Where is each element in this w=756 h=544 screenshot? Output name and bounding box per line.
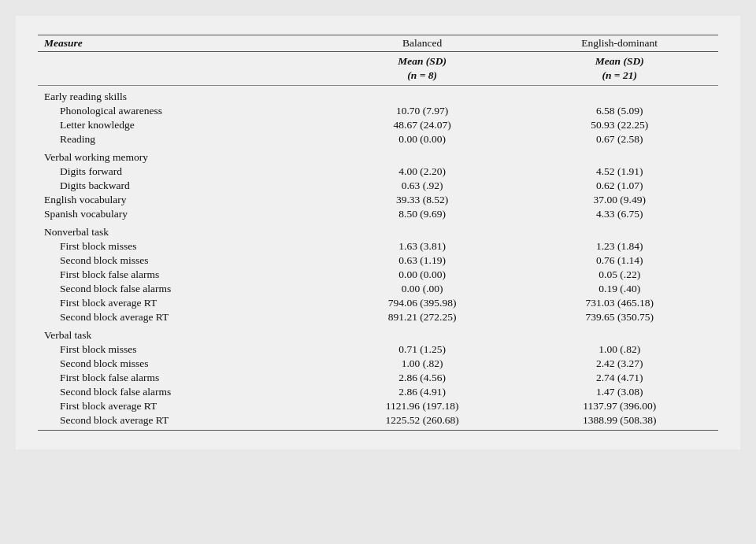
section-header-row: Verbal working memory [38, 146, 718, 165]
measure-label: Phonological awareness [38, 104, 324, 118]
measure-label: Second block average RT [38, 413, 324, 431]
balanced-value: 48.67 (24.07) [324, 118, 521, 132]
balanced-value: 0.00 (.00) [324, 282, 521, 296]
header-top-row: Measure Balanced English-dominant [38, 35, 718, 52]
english-value: 0.67 (2.58) [521, 132, 718, 146]
section-title: Verbal task [38, 324, 324, 342]
measure-label: First block false alarms [38, 371, 324, 385]
table-row: First block average RT 1121.96 (197.18) … [38, 399, 718, 413]
english-value: 37.00 (9.49) [521, 193, 718, 207]
table-row: Second block average RT 1225.52 (260.68)… [38, 413, 718, 431]
table-row: Reading 0.00 (0.00) 0.67 (2.58) [38, 132, 718, 146]
english-value: 6.58 (5.09) [521, 104, 718, 118]
measure-label: Second block false alarms [38, 385, 324, 399]
top-level-row: English vocabulary 39.33 (8.52) 37.00 (9… [38, 193, 718, 207]
english-value: 739.65 (350.75) [521, 310, 718, 324]
data-table: Measure Balanced English-dominant Mean (… [38, 35, 718, 431]
table-row: Second block misses 1.00 (.82) 2.42 (3.2… [38, 357, 718, 371]
table-row: First block false alarms 2.86 (4.56) 2.7… [38, 371, 718, 385]
table-row: Second block misses 0.63 (1.19) 0.76 (1.… [38, 253, 718, 268]
measure-label: First block false alarms [38, 268, 324, 282]
header-n-row: (n = 8) (n = 21) [38, 69, 718, 86]
english-value: 1.47 (3.08) [521, 385, 718, 399]
english-value: 731.03 (465.18) [521, 296, 718, 310]
measure-label: First block misses [38, 342, 324, 357]
english-value: 2.42 (3.27) [521, 357, 718, 371]
table-row: First block false alarms 0.00 (0.00) 0.0… [38, 268, 718, 282]
balanced-value: 1.00 (.82) [324, 357, 521, 371]
table-row: Digits forward 4.00 (2.20) 4.52 (1.91) [38, 165, 718, 179]
table-row: Letter knowledge 48.67 (24.07) 50.93 (22… [38, 118, 718, 132]
balanced-n: (n = 8) [324, 69, 521, 86]
english-n: (n = 21) [521, 69, 718, 86]
measure-label: Second block misses [38, 357, 324, 371]
measure-label: First block misses [38, 239, 324, 253]
measure-label: Digits forward [38, 165, 324, 179]
english-value: 0.05 (.22) [521, 268, 718, 282]
balanced-value: 1121.96 (197.18) [324, 399, 521, 413]
balanced-value: 0.00 (0.00) [324, 132, 521, 146]
balanced-value: 1.63 (3.81) [324, 239, 521, 253]
balanced-header: Balanced [324, 35, 521, 52]
table-row: First block misses 0.71 (1.25) 1.00 (.82… [38, 342, 718, 357]
english-value: 2.74 (4.71) [521, 371, 718, 385]
measure-label: Second block misses [38, 253, 324, 268]
table-row: Digits backward 0.63 (.92) 0.62 (1.07) [38, 179, 718, 193]
balanced-value: 2.86 (4.91) [324, 385, 521, 399]
measure-label: First block average RT [38, 296, 324, 310]
english-mean-sd: Mean (SD) [521, 52, 718, 70]
table-row: Second block false alarms 2.86 (4.91) 1.… [38, 385, 718, 399]
section-title: Nonverbal task [38, 221, 324, 239]
balanced-value: 0.00 (0.00) [324, 268, 521, 282]
top-level-row: Spanish vocabulary 8.50 (9.69) 4.33 (6.7… [38, 207, 718, 221]
balanced-value: 8.50 (9.69) [324, 207, 521, 221]
english-value: 0.62 (1.07) [521, 179, 718, 193]
section-title: Verbal working memory [38, 146, 324, 165]
section-header-row: Early reading skills [38, 86, 718, 105]
balanced-value: 1225.52 (260.68) [324, 413, 521, 431]
balanced-value: 39.33 (8.52) [324, 193, 521, 207]
table-row: Second block false alarms 0.00 (.00) 0.1… [38, 282, 718, 296]
measure-label: Digits backward [38, 179, 324, 193]
table-row: Phonological awareness 10.70 (7.97) 6.58… [38, 104, 718, 118]
english-value: 50.93 (22.25) [521, 118, 718, 132]
english-value: 4.33 (6.75) [521, 207, 718, 221]
measure-label: English vocabulary [38, 193, 324, 207]
english-value: 0.19 (.40) [521, 282, 718, 296]
measure-label: Spanish vocabulary [38, 207, 324, 221]
table-row: First block misses 1.63 (3.81) 1.23 (1.8… [38, 239, 718, 253]
english-value: 0.76 (1.14) [521, 253, 718, 268]
balanced-value: 0.71 (1.25) [324, 342, 521, 357]
measure-label: Letter knowledge [38, 118, 324, 132]
balanced-value: 0.63 (.92) [324, 179, 521, 193]
balanced-value: 2.86 (4.56) [324, 371, 521, 385]
english-value: 1.23 (1.84) [521, 239, 718, 253]
english-value: 1137.97 (396.00) [521, 399, 718, 413]
section-header-row: Nonverbal task [38, 221, 718, 239]
measure-label: First block average RT [38, 399, 324, 413]
balanced-value: 794.06 (395.98) [324, 296, 521, 310]
measure-label: Second block average RT [38, 310, 324, 324]
table-row: First block average RT 794.06 (395.98) 7… [38, 296, 718, 310]
measure-header: Measure [38, 35, 324, 52]
english-value: 4.52 (1.91) [521, 165, 718, 179]
section-header-row: Verbal task [38, 324, 718, 342]
measure-label: Reading [38, 132, 324, 146]
english-value: 1.00 (.82) [521, 342, 718, 357]
balanced-value: 4.00 (2.20) [324, 165, 521, 179]
section-title: Early reading skills [38, 86, 324, 105]
measure-label: Second block false alarms [38, 282, 324, 296]
balanced-value: 10.70 (7.97) [324, 104, 521, 118]
page-container: Measure Balanced English-dominant Mean (… [16, 16, 740, 450]
balanced-value: 891.21 (272.25) [324, 310, 521, 324]
header-meansD-row: Mean (SD) Mean (SD) [38, 52, 718, 70]
balanced-mean-sd: Mean (SD) [324, 52, 521, 70]
balanced-value: 0.63 (1.19) [324, 253, 521, 268]
table-row: Second block average RT 891.21 (272.25) … [38, 310, 718, 324]
english-value: 1388.99 (508.38) [521, 413, 718, 431]
english-header: English-dominant [521, 35, 718, 52]
